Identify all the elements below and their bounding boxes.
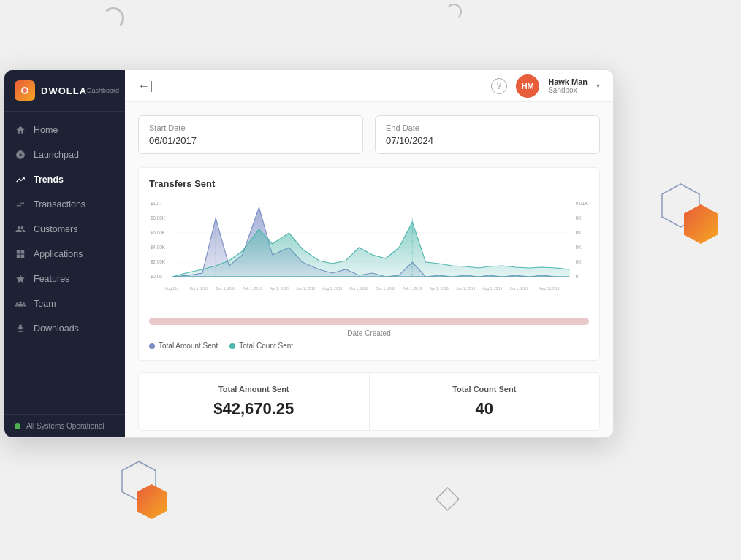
transfers-sent-card: Transfers Sent: [138, 167, 600, 361]
home-icon: [15, 124, 26, 136]
content-area: Start Date 06/01/2017 End Date 07/10/202…: [125, 102, 613, 437]
status-indicator: [15, 423, 20, 429]
legend-count-dot: [229, 343, 235, 349]
svg-text:Aug 22,2019: Aug 22,2019: [539, 286, 559, 291]
end-date-label: End Date: [386, 123, 589, 132]
end-date-field[interactable]: End Date 07/10/2024: [375, 115, 600, 154]
user-info[interactable]: Hawk Man Sandbox: [548, 77, 588, 94]
svg-text:$4.00K: $4.00K: [151, 245, 166, 250]
svg-text:$2.00K: $2.00K: [151, 259, 166, 264]
svg-text:0K: 0K: [576, 245, 582, 250]
chart-x-label: Date Created: [149, 329, 589, 337]
user-dropdown-arrow[interactable]: ▾: [596, 82, 600, 90]
svg-text:Feb 1, 2018: Feb 1, 2018: [243, 286, 262, 291]
svg-text:Feb 1, 2019: Feb 1, 2019: [403, 286, 422, 291]
nav-label-trends: Trends: [34, 174, 64, 185]
date-filter-row: Start Date 06/01/2017 End Date 07/10/202…: [138, 115, 600, 154]
chart-scrollbar-thumb: [149, 318, 589, 325]
hex-outline-bl: [121, 460, 157, 505]
dwolla-logo-icon: [15, 80, 35, 101]
svg-text:Oct 1, 2017: Oct 1, 2017: [189, 286, 208, 291]
svg-point-6: [23, 88, 27, 93]
svg-marker-1: [684, 204, 718, 244]
nav-label-downloads: Downloads: [34, 323, 79, 334]
stat-count-value: 40: [381, 399, 588, 418]
stat-card-count: Total Count Sent 40: [370, 373, 600, 430]
svg-text:0K: 0K: [576, 230, 582, 235]
svg-text:0.01K: 0.01K: [576, 201, 588, 206]
start-date-value: 06/01/2017: [149, 135, 352, 146]
svg-text:Dec 1, 2017: Dec 1, 2017: [216, 286, 235, 291]
user-name: Hawk Man: [548, 77, 588, 86]
nav-label-customers: Customers: [34, 224, 77, 234]
svg-text:0K: 0K: [576, 259, 582, 264]
legend-count: Total Count Sent: [229, 342, 293, 350]
nav-label-launchpad: Launchpad: [34, 150, 79, 160]
svg-text:$8.00K: $8.00K: [151, 215, 166, 220]
sidebar-item-home[interactable]: Home: [4, 118, 125, 142]
legend-amount: Total Amount Sent: [149, 342, 218, 350]
svg-text:Aug 29...: Aug 29...: [165, 286, 180, 291]
stat-count-label: Total Count Sent: [381, 385, 588, 394]
sidebar-item-downloads[interactable]: Downloads: [4, 316, 125, 341]
grid-icon: [15, 248, 26, 260]
stat-amount-value: $42,670.25: [151, 399, 357, 418]
help-button[interactable]: ?: [491, 78, 507, 94]
svg-marker-4: [436, 488, 459, 510]
svg-text:Apr 1, 2018: Apr 1, 2018: [270, 286, 289, 291]
stat-card-amount: Total Amount Sent $42,670.25: [139, 373, 370, 430]
svg-text:$10...: $10...: [151, 201, 162, 206]
legend-count-label: Total Count Sent: [239, 342, 293, 350]
sidebar-item-features[interactable]: Features: [4, 266, 125, 291]
svg-text:0: 0: [576, 274, 579, 279]
nav-label-applications: Applications: [34, 249, 83, 259]
svg-marker-0: [662, 184, 699, 227]
stats-row: Total Amount Sent $42,670.25 Total Count…: [138, 372, 600, 431]
spinner-top-left: [102, 7, 124, 29]
back-button[interactable]: ←|: [138, 80, 153, 93]
diamond-deco: [435, 486, 460, 515]
transfers-sent-title: Transfers Sent: [149, 178, 589, 189]
nav-label-transactions: Transactions: [34, 199, 86, 210]
download-icon: [15, 323, 26, 334]
user-avatar[interactable]: HM: [516, 74, 539, 98]
legend-amount-dot: [149, 343, 155, 349]
top-bar-right: ? HM Hawk Man Sandbox ▾: [491, 74, 600, 98]
users-icon: [15, 223, 26, 235]
svg-marker-26: [172, 222, 569, 277]
chart-legend: Total Amount Sent Total Count Sent: [149, 342, 589, 350]
start-date-label: Start Date: [149, 123, 352, 132]
sidebar-item-trends[interactable]: Trends: [4, 167, 125, 192]
start-date-field[interactable]: Start Date 06/01/2017: [138, 115, 363, 154]
sidebar-item-team[interactable]: Team: [4, 291, 125, 316]
svg-text:Apr 1, 2019: Apr 1, 2019: [430, 286, 449, 291]
stat-amount-label: Total Amount Sent: [151, 385, 357, 394]
sidebar-logo: DWOLLA Dashboard: [4, 70, 125, 112]
svg-text:Aug 1, 2019: Aug 1, 2019: [482, 286, 502, 291]
status-text: All Systems Operational: [26, 422, 104, 430]
sidebar-nav: Home Launchpad Trends Tran: [4, 112, 125, 414]
legend-amount-label: Total Amount Sent: [159, 342, 218, 350]
team-icon: [15, 298, 26, 310]
sidebar-item-applications[interactable]: Applications: [4, 242, 125, 266]
sidebar-status: All Systems Operational: [4, 414, 125, 437]
svg-text:0K: 0K: [576, 215, 582, 220]
sidebar-item-customers[interactable]: Customers: [4, 217, 125, 242]
svg-text:Jun 1, 2018: Jun 1, 2018: [296, 286, 315, 291]
logo-dashboard-label: Dashboard: [87, 87, 119, 94]
star-icon: [15, 273, 26, 285]
sidebar-item-launchpad[interactable]: Launchpad: [4, 142, 125, 167]
nav-label-team: Team: [34, 299, 56, 309]
sidebar: DWOLLA Dashboard Home Launchpad: [4, 70, 125, 437]
svg-text:$6.00K: $6.00K: [151, 230, 166, 235]
svg-text:Oct 1, 2018: Oct 1, 2018: [349, 286, 368, 291]
chart-scrollbar[interactable]: [149, 318, 589, 325]
svg-marker-3: [137, 484, 167, 519]
sidebar-item-transactions[interactable]: Transactions: [4, 192, 125, 217]
svg-text:Aug 1, 2018: Aug 1, 2018: [322, 286, 342, 291]
hex-solid-right: [683, 203, 719, 248]
svg-marker-2: [122, 461, 156, 501]
svg-text:Jun 1, 2019: Jun 1, 2019: [509, 286, 528, 291]
spinner-top-center: [446, 4, 462, 20]
main-content: ←| ? HM Hawk Man Sandbox ▾: [125, 70, 613, 437]
